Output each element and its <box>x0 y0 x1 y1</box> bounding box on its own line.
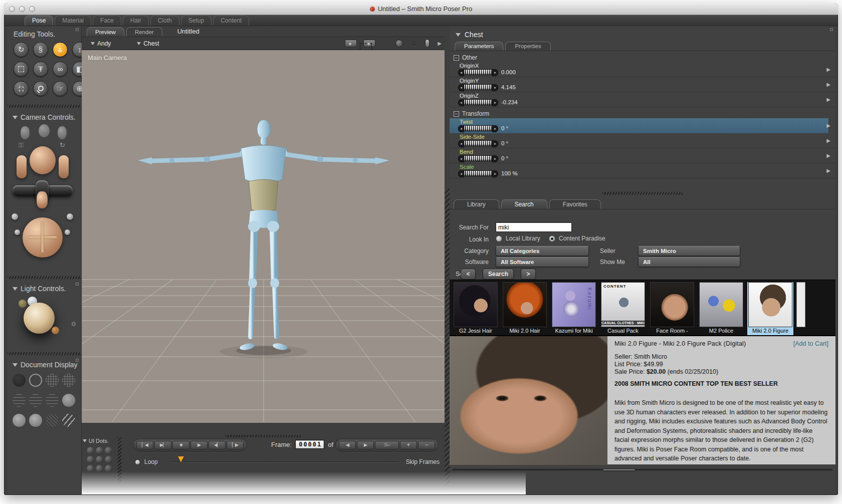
result-thumbnail[interactable] <box>748 282 792 327</box>
move-camera-icon[interactable]: ↔↕ <box>409 39 418 48</box>
panel-divider[interactable] <box>8 276 81 280</box>
radio-local-library[interactable]: Local Library <box>496 235 540 242</box>
tab-face[interactable]: Face <box>93 16 121 26</box>
ui-dot[interactable] <box>96 456 103 463</box>
next-page-button[interactable]: > <box>521 269 536 280</box>
tab-search[interactable]: Search <box>501 199 547 209</box>
camera-hand-right-icon[interactable] <box>58 126 67 139</box>
category-dropdown[interactable]: All Categories <box>496 246 589 256</box>
tab-parameters[interactable]: Parameters <box>455 42 503 51</box>
result-thumbnail[interactable] <box>699 282 743 327</box>
panel-divider[interactable] <box>118 437 121 482</box>
display-flat-shaded-icon[interactable] <box>62 394 75 407</box>
posing-hand-left-icon[interactable] <box>17 155 27 178</box>
camera-orb-icon[interactable] <box>12 213 18 220</box>
light-orb-icon[interactable] <box>52 327 59 334</box>
param-dial[interactable] <box>460 69 497 75</box>
twist-tool-icon[interactable]: § <box>33 42 48 57</box>
chain-break-tool-icon[interactable]: ∞ <box>53 62 68 77</box>
translate-pull-tool-icon[interactable]: ↔↕ <box>53 42 68 57</box>
seller-dropdown[interactable]: Smith Micro <box>638 246 740 256</box>
result-thumbnail[interactable] <box>503 282 547 327</box>
add-key-button[interactable]: + <box>400 441 417 449</box>
posing-hand-right-icon[interactable] <box>59 155 69 178</box>
camera-select-icon[interactable] <box>363 40 375 47</box>
collapse-arrow-icon[interactable] <box>13 116 18 119</box>
current-frame-field[interactable]: 00001 <box>295 440 324 449</box>
panel-options-icon[interactable] <box>76 359 79 362</box>
param-value[interactable]: -0.234 <box>501 99 518 105</box>
result-thumbnail[interactable] <box>454 282 498 327</box>
param-value[interactable]: 0 ° <box>501 125 508 131</box>
tab-library[interactable]: Library <box>454 199 499 209</box>
rotate-camera-icon[interactable]: ↻ <box>60 141 65 149</box>
radio-content-paradise[interactable]: Content Paradise <box>549 235 605 242</box>
software-dropdown[interactable]: All Software <box>496 257 589 267</box>
result-thumbnail[interactable]: Kazumi <box>552 282 596 327</box>
display-outline-icon[interactable] <box>29 374 42 387</box>
collapse-arrow-icon[interactable] <box>13 287 18 291</box>
tab-render[interactable]: Render <box>126 27 162 37</box>
ui-dot[interactable] <box>96 465 103 472</box>
param-dial[interactable] <box>460 125 497 131</box>
display-hidden-line-icon[interactable] <box>13 394 26 407</box>
key-camera-icon[interactable]: ⚿ <box>19 141 24 149</box>
light-orb-icon[interactable] <box>19 300 27 308</box>
ui-dot[interactable] <box>87 465 94 472</box>
taper-tool-icon[interactable]: Ŧ <box>33 62 48 77</box>
param-menu-arrow-icon[interactable]: ▶ <box>826 97 830 102</box>
result-item[interactable]: Kazumi Kazumi for Miki <box>551 282 597 335</box>
result-item[interactable]: Miki 2.0 Hair <box>502 282 548 335</box>
prev-key-button[interactable]: ◀ <box>339 441 356 449</box>
search-input[interactable] <box>496 222 572 232</box>
body-part-dropdown[interactable]: Chest <box>137 40 159 47</box>
panel-divider[interactable] <box>82 435 445 438</box>
ui-dot[interactable] <box>105 447 112 454</box>
delete-key-button[interactable]: − <box>418 441 435 449</box>
playhead-marker[interactable] <box>178 456 184 462</box>
param-menu-arrow-icon[interactable]: ▶ <box>826 123 830 128</box>
rotate-tool-icon[interactable]: ↻ <box>14 42 29 57</box>
prev-page-button[interactable]: < <box>461 269 476 280</box>
scrollbar-track[interactable] <box>453 469 832 471</box>
show-me-dropdown[interactable]: All <box>638 257 740 267</box>
display-preview-icon[interactable] <box>62 414 75 427</box>
panel-splitter[interactable] <box>445 188 450 494</box>
tab-setup[interactable]: Setup <box>181 16 212 26</box>
camera-orb-icon[interactable] <box>67 213 73 220</box>
play-button[interactable]: ▶ <box>190 441 207 449</box>
display-smooth-shaded-icon[interactable] <box>13 414 26 427</box>
tab-favorites[interactable]: Favorites <box>549 199 601 209</box>
param-menu-arrow-icon[interactable]: ▶ <box>826 82 830 87</box>
result-item[interactable]: M2 Police <box>698 282 744 335</box>
param-dial[interactable] <box>460 84 497 90</box>
ui-dot[interactable] <box>96 447 103 454</box>
grouping-tool-icon[interactable] <box>14 81 29 96</box>
radio-icon[interactable] <box>496 235 502 242</box>
step-back-button[interactable]: ◀▏ <box>208 441 226 449</box>
camera-head-small-icon[interactable] <box>39 124 50 137</box>
param-menu-arrow-icon[interactable]: ▶ <box>826 138 830 143</box>
first-frame-button[interactable]: ▏◀ <box>136 441 153 449</box>
param-value[interactable]: 4.145 <box>501 84 516 90</box>
tab-content[interactable]: Content <box>213 16 249 26</box>
pointer-hand-icon[interactable] <box>37 191 48 208</box>
collapse-arrow-icon[interactable] <box>83 439 87 442</box>
figure-dropdown[interactable]: Andy <box>91 40 111 47</box>
param-menu-arrow-icon[interactable]: ▶ <box>826 168 830 173</box>
collapse-arrow-icon[interactable] <box>456 33 461 37</box>
ui-dot[interactable] <box>105 465 112 472</box>
tab-material[interactable]: Material <box>55 16 91 26</box>
search-button[interactable]: Search <box>483 269 514 280</box>
camera-orb-icon[interactable] <box>15 229 20 235</box>
panel-options-icon[interactable] <box>76 28 79 31</box>
ui-dot[interactable] <box>87 456 94 463</box>
key-icon[interactable]: ⚿─ <box>375 441 399 449</box>
display-wireframe-icon[interactable] <box>46 374 59 387</box>
display-silhouette-icon[interactable] <box>13 374 26 387</box>
param-value[interactable]: 0 ° <box>501 155 508 161</box>
result-thumbnail[interactable]: CONTENT CASUAL CLOTHES · MIKI <box>601 282 645 327</box>
timeline-track[interactable] <box>172 461 399 463</box>
param-value[interactable]: 100 % <box>501 170 518 176</box>
tab-cloth[interactable]: Cloth <box>150 16 179 26</box>
